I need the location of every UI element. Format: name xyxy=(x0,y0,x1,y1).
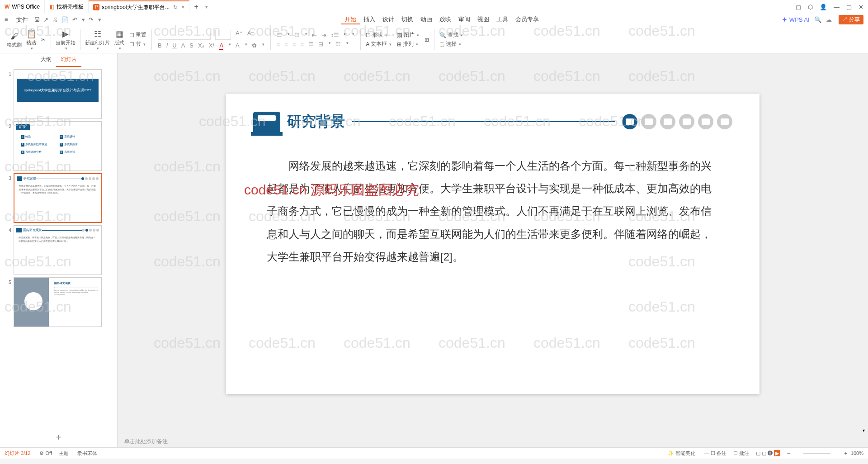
clear-format[interactable]: ✿ xyxy=(252,42,257,50)
menu-view[interactable]: 视图 xyxy=(474,15,493,24)
shape[interactable]: ☐ 形状▾ xyxy=(363,31,394,39)
window-btn[interactable]: ▢ xyxy=(796,4,801,10)
select[interactable]: ⬚ 选择▾ xyxy=(437,40,466,48)
highlight[interactable]: S xyxy=(189,42,193,50)
save-icon[interactable]: 🖫 xyxy=(34,16,40,23)
font-size[interactable] xyxy=(215,30,231,40)
dropdown-icon[interactable]: ▾ xyxy=(205,4,208,10)
tab-stencil[interactable]: ◧找稻壳模板 xyxy=(45,0,89,13)
panel-tab-outline[interactable]: 大纲 xyxy=(36,53,56,67)
menu-tools[interactable]: 工具 xyxy=(493,15,512,24)
sup[interactable]: Xˢ xyxy=(209,42,215,50)
underline[interactable]: U xyxy=(172,42,176,50)
thumb-2[interactable]: 目 录 1绪论4系统设计 2系统相关技术概述5系统数据库 3系统需求分析6系统测… xyxy=(14,121,102,171)
justify[interactable]: ≡ xyxy=(301,41,304,47)
align-left[interactable]: ≡ xyxy=(277,41,280,47)
search-icon[interactable]: 🔍 xyxy=(814,16,821,23)
vertical-scrollbar[interactable] xyxy=(861,53,868,434)
undo-icon[interactable]: ↶ xyxy=(72,16,77,23)
grow-font[interactable]: A⁺ xyxy=(236,30,243,40)
close-tab[interactable]: × xyxy=(181,4,184,10)
font-display[interactable]: 隶书宋体 xyxy=(77,450,97,457)
text-dir[interactable]: ¶ xyxy=(344,32,347,38)
paste[interactable]: 📋粘贴▾ xyxy=(24,28,38,51)
arrange[interactable]: ⊞ 排列▾ xyxy=(394,40,422,48)
strike[interactable]: A xyxy=(181,42,185,50)
menu-transition[interactable]: 切换 xyxy=(398,15,417,24)
indent-dec[interactable]: ⇤ xyxy=(312,32,317,38)
layout[interactable]: ▦版式▾ xyxy=(112,28,127,51)
user-btn[interactable]: 👤 xyxy=(820,4,827,10)
min-btn[interactable]: — xyxy=(834,4,840,10)
align-right[interactable]: ≡ xyxy=(292,41,296,47)
italic[interactable]: I xyxy=(166,42,168,50)
theme[interactable]: 主题 xyxy=(59,450,69,457)
shrink-font[interactable]: A⁻ xyxy=(247,30,255,40)
share-button[interactable]: ↗ 分享 xyxy=(839,15,863,24)
zoom-out[interactable]: − xyxy=(787,450,790,456)
tab-current-doc[interactable]: Pspringboot大学生兼职平台...↻× xyxy=(89,0,189,13)
max-btn[interactable]: ▢ xyxy=(846,4,852,10)
picture[interactable]: 🖼 图片▾ xyxy=(394,31,422,39)
valign[interactable]: ⊟ xyxy=(318,41,323,47)
find[interactable]: 🔍 查找▾ xyxy=(437,31,466,39)
zoom-slider[interactable] xyxy=(803,453,830,454)
export-icon[interactable]: ↗ xyxy=(43,16,48,23)
start-current[interactable]: ▶当前开始▾ xyxy=(53,28,78,51)
thumb-1[interactable]: springboot大学生兼职平台设计与实现PPT xyxy=(14,69,102,119)
beautify[interactable]: ✨ 智能美化 xyxy=(668,450,695,457)
indent-inc[interactable]: ⇥ xyxy=(321,32,326,38)
thumb-3[interactable]: 研究背景 网络发展的越来越迅速，它深刻的影响着每一个人生活的各个方面。每一种新型… xyxy=(14,173,102,223)
refresh-icon[interactable]: ↻ xyxy=(173,4,178,10)
add-slide-button[interactable]: + xyxy=(0,428,117,447)
textbox[interactable]: A 文本框▾ xyxy=(363,40,394,48)
snap[interactable]: ⊞ xyxy=(422,37,432,43)
wps-ai[interactable]: ✦WPS AI xyxy=(782,16,810,23)
package-btn[interactable]: ⬡ xyxy=(808,4,813,10)
preview-icon[interactable]: 📄 xyxy=(61,16,69,23)
font-color[interactable]: A xyxy=(219,42,223,50)
notes-toggle[interactable]: — ☐ 备注 xyxy=(704,450,726,457)
comments-toggle[interactable]: ☐ 批注 xyxy=(733,450,749,457)
redo-icon[interactable]: ↷ xyxy=(89,16,94,23)
bold[interactable]: B xyxy=(158,42,162,50)
cut[interactable]: ✂ xyxy=(38,37,48,43)
menu-vip[interactable]: 会员专享 xyxy=(512,15,542,24)
bg-color[interactable]: A xyxy=(236,42,240,50)
slide-body[interactable]: 网络发展的越来越迅速，它深刻的影响着每一个人生活的各个方面。每一种新型事务的兴起… xyxy=(253,146,732,278)
dist[interactable]: ☰ xyxy=(308,41,314,47)
off-indicator[interactable]: ⚙ Off xyxy=(39,450,52,456)
zoom-level[interactable]: 100% xyxy=(851,450,863,456)
panel-tab-slides[interactable]: 幻灯片 xyxy=(56,53,81,67)
notes-area[interactable]: 单击此处添加备注 xyxy=(118,434,868,447)
section[interactable]: ☐ 节▾ xyxy=(127,40,149,48)
sub[interactable]: Xₛ xyxy=(198,42,204,50)
menu-file[interactable]: 文件 xyxy=(13,14,32,26)
menu-start[interactable]: 开始 xyxy=(341,15,360,24)
format-brush[interactable]: 🖌格式刷 xyxy=(5,31,24,48)
slide[interactable]: 研究背景 网络发展的越来越迅速，它深刻的影响着每一个人生活的各个方面。每一种新型… xyxy=(226,94,760,394)
thumb-5[interactable]: 国外研究现状Lorem ipsum text content placehold… xyxy=(14,277,102,327)
menu-slideshow[interactable]: 放映 xyxy=(436,15,455,24)
menu-animation[interactable]: 动画 xyxy=(417,15,436,24)
hamburger-icon[interactable]: ≡ xyxy=(5,16,8,23)
slide-area[interactable]: 研究背景 网络发展的越来越迅速，它深刻的影响着每一个人生活的各个方面。每一种新型… xyxy=(118,53,868,434)
view-buttons[interactable]: ▢ ▢ 🅞 ▶ xyxy=(756,450,780,456)
bullets[interactable]: ☰ xyxy=(277,32,282,38)
menu-review[interactable]: 审阅 xyxy=(455,15,474,24)
add-tab[interactable]: + xyxy=(189,0,203,13)
close-btn[interactable]: ✕ xyxy=(859,4,863,10)
new-slide[interactable]: ☷新建幻灯片▾ xyxy=(83,28,112,51)
reset[interactable]: ☐ 重置 xyxy=(127,31,149,39)
print-icon[interactable]: 🖨 xyxy=(52,16,58,23)
zoom-in[interactable]: + xyxy=(844,450,847,456)
menu-design[interactable]: 设计 xyxy=(379,15,398,24)
thumb-4[interactable]: 国内研究现状 中国发展初，城市推出网上购物，有些人对网络的虚构性有所质疑，因为这… xyxy=(14,225,102,275)
menu-insert[interactable]: 插入 xyxy=(360,15,379,24)
tab-wps-home[interactable]: WWPS Office xyxy=(0,0,45,13)
numbering[interactable]: ☷ xyxy=(294,32,300,38)
columns[interactable]: ☷ xyxy=(335,41,341,47)
cloud-icon[interactable]: ☁ xyxy=(826,16,832,23)
font-family[interactable] xyxy=(158,30,211,40)
align-center[interactable]: ≡ xyxy=(284,41,288,47)
